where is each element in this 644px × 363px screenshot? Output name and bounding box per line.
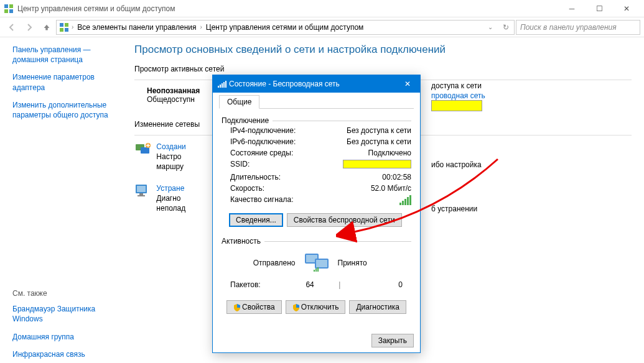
properties-button[interactable]: Свойства: [226, 300, 282, 314]
ipv4-value: Без доступа к сети: [343, 126, 411, 135]
svg-rect-20: [315, 269, 317, 272]
up-button[interactable]: [39, 19, 55, 35]
group-activity-label: Активность: [222, 237, 261, 246]
unknown-network-label: Неопознанная: [147, 86, 200, 95]
details-button[interactable]: Сведения...: [229, 213, 283, 227]
dialog-title: Состояние - Беспроводная сеть: [229, 80, 340, 88]
dialog-close-button[interactable]: ✕: [395, 75, 420, 93]
sidebar: Панель управления — домашняя страница Из…: [0, 37, 131, 363]
task1-suffix: ибо настройка: [431, 160, 482, 169]
task-create-title[interactable]: Создани: [156, 142, 185, 151]
forward-button[interactable]: [21, 19, 37, 35]
sidebar-adapter-link[interactable]: Изменение параметров адаптера: [12, 72, 124, 92]
svg-rect-0: [4, 4, 8, 8]
svg-rect-6: [60, 28, 63, 32]
sidebar-firewall-link[interactable]: Брандмауэр Защитника Windows: [12, 304, 124, 324]
signal-bars-icon: [399, 195, 411, 205]
access-type-fragment: доступа к сети: [431, 81, 482, 90]
dialog-titlebar[interactable]: Состояние - Беспроводная сеть ✕: [213, 75, 420, 93]
task-troubleshoot-desc1: Диагно: [156, 194, 180, 203]
activity-monitors-icon: [303, 252, 330, 274]
ssid-value: [343, 160, 411, 170]
task2-suffix: б устранении: [431, 204, 477, 213]
svg-rect-18: [316, 260, 327, 267]
search-input[interactable]: Поиск в панели управления: [516, 20, 640, 35]
window-titlebar: Центр управления сетями и общим доступом…: [0, 0, 644, 17]
wireless-link-fragment[interactable]: проводная сеть: [431, 91, 485, 100]
task-create-desc2: маршру: [156, 162, 184, 171]
wireless-properties-button[interactable]: Свойства беспроводной сети: [287, 213, 402, 227]
svg-rect-12: [137, 186, 146, 192]
sidebar-sharing-link[interactable]: Изменить дополнительные параметры общего…: [12, 100, 124, 120]
breadcrumb-seg-1[interactable]: Все элементы панели управления: [76, 23, 197, 32]
troubleshoot-icon: [134, 183, 152, 198]
svg-rect-1: [9, 4, 13, 8]
speed-label: Скорость:: [230, 184, 343, 193]
dialog-tabs: Общие: [219, 95, 414, 109]
breadcrumb-dropdown-icon[interactable]: ⌄: [488, 24, 495, 30]
speed-value: 52.0 Мбит/с: [343, 184, 411, 193]
window-title: Центр управления сетями и общим доступом: [17, 4, 558, 13]
shield-icon: [292, 304, 300, 311]
svg-rect-7: [65, 28, 68, 32]
svg-rect-2: [4, 9, 8, 13]
maximize-button[interactable]: ☐: [586, 0, 613, 17]
highlight-mark: [431, 100, 482, 111]
media-label: Состояние среды:: [230, 149, 343, 157]
network-center-icon: [4, 4, 14, 14]
breadcrumb[interactable]: › Все элементы панели управления › Центр…: [56, 20, 515, 35]
sidebar-irda-link[interactable]: Инфракрасная связь: [12, 349, 124, 359]
ipv6-label: IPv6-подключение:: [230, 137, 343, 146]
status-dialog: Состояние - Беспроводная сеть ✕ Общие По…: [212, 75, 421, 353]
task-troubleshoot-title[interactable]: Устране: [156, 184, 184, 193]
public-network-label: Общедоступн: [147, 95, 200, 104]
svg-rect-21: [317, 267, 319, 272]
breadcrumb-seg-2[interactable]: Центр управления сетями и общим доступом: [205, 23, 365, 32]
svg-rect-3: [9, 9, 13, 13]
svg-rect-14: [138, 195, 145, 196]
received-label: Принято: [338, 259, 394, 267]
back-button[interactable]: [4, 19, 20, 35]
packets-label: Пакетов:: [230, 280, 261, 289]
ssid-label: SSID:: [230, 160, 343, 170]
search-placeholder: Поиск в панели управления: [520, 23, 617, 32]
close-dialog-button[interactable]: Закрыть: [371, 334, 414, 347]
disable-button[interactable]: Отключить: [286, 300, 346, 314]
minimize-button[interactable]: ─: [558, 0, 586, 17]
ipv6-value: Без доступа к сети: [343, 137, 411, 146]
sidebar-home-link[interactable]: Панель управления — домашняя страница: [12, 45, 124, 65]
svg-rect-4: [60, 23, 63, 27]
tab-general[interactable]: Общие: [219, 95, 259, 109]
svg-rect-19: [314, 270, 315, 272]
address-bar: › Все элементы панели управления › Центр…: [0, 17, 644, 37]
page-heading: Просмотр основных сведений о сети и наст…: [134, 44, 632, 56]
task-create-desc1: Настро: [156, 152, 181, 161]
packets-received-value: 0: [365, 280, 403, 289]
diagnose-button[interactable]: Диагностика: [349, 300, 406, 314]
new-connection-icon: [134, 142, 152, 157]
chevron-right-icon: ›: [72, 24, 73, 30]
signal-value: [343, 195, 411, 207]
breadcrumb-icon: [59, 22, 69, 32]
group-connection-label: Подключение: [222, 116, 269, 125]
close-button[interactable]: ✕: [613, 0, 640, 17]
svg-rect-13: [139, 193, 143, 195]
media-value: Подключено: [343, 149, 411, 157]
task-troubleshoot-desc2: неполад: [156, 204, 185, 213]
signal-label: Качество сигнала:: [230, 195, 343, 207]
sidebar-see-also: См. также: [12, 289, 124, 298]
refresh-button[interactable]: ↻: [498, 23, 514, 32]
duration-value: 00:02:58: [343, 173, 411, 182]
duration-label: Длительность:: [230, 173, 343, 182]
svg-rect-9: [141, 147, 149, 154]
shield-icon: [233, 304, 241, 311]
active-networks-label: Просмотр активных сетей: [134, 65, 632, 73]
sent-label: Отправлено: [240, 259, 296, 267]
signal-icon: [218, 80, 226, 88]
ipv4-label: IPv4-подключение:: [230, 126, 343, 135]
packets-sent-value: 64: [277, 280, 314, 289]
chevron-right-icon: ›: [200, 24, 202, 30]
svg-rect-5: [65, 23, 68, 27]
sidebar-homegroup-link[interactable]: Домашняя группа: [12, 332, 124, 342]
